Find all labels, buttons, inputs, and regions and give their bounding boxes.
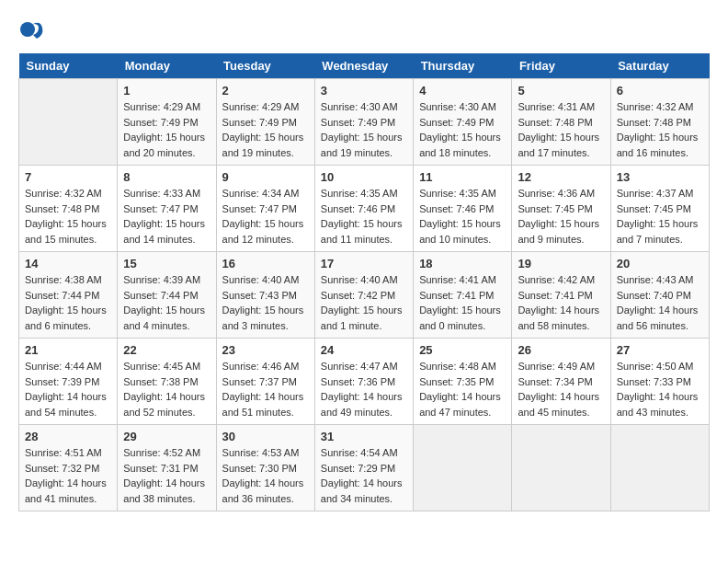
calendar-cell <box>512 425 610 511</box>
calendar-body: 1Sunrise: 4:29 AMSunset: 7:49 PMDaylight… <box>19 79 710 511</box>
calendar-cell: 1Sunrise: 4:29 AMSunset: 7:49 PMDaylight… <box>118 79 216 166</box>
day-number: 12 <box>518 170 604 184</box>
calendar-cell: 9Sunrise: 4:34 AMSunset: 7:47 PMDaylight… <box>216 166 314 252</box>
calendar-cell: 7Sunrise: 4:32 AMSunset: 7:48 PMDaylight… <box>19 166 118 252</box>
svg-point-0 <box>20 22 35 37</box>
calendar-week-row: 1Sunrise: 4:29 AMSunset: 7:49 PMDaylight… <box>19 79 710 166</box>
day-number: 30 <box>222 430 309 443</box>
calendar-cell <box>610 425 709 511</box>
weekday-header: Sunday <box>19 53 118 79</box>
calendar-cell: 23Sunrise: 4:46 AMSunset: 7:37 PMDayligh… <box>216 339 314 425</box>
calendar-cell: 29Sunrise: 4:52 AMSunset: 7:31 PMDayligh… <box>118 425 216 511</box>
calendar-cell <box>414 425 512 511</box>
calendar-week-row: 7Sunrise: 4:32 AMSunset: 7:48 PMDaylight… <box>19 166 710 252</box>
calendar-cell: 8Sunrise: 4:33 AMSunset: 7:47 PMDaylight… <box>118 166 216 252</box>
cell-info: Sunrise: 4:45 AMSunset: 7:38 PMDaylight:… <box>123 361 205 418</box>
day-number: 24 <box>321 343 407 357</box>
calendar-cell: 17Sunrise: 4:40 AMSunset: 7:42 PMDayligh… <box>314 252 413 339</box>
cell-info: Sunrise: 4:51 AMSunset: 7:32 PMDaylight:… <box>25 447 107 504</box>
day-number: 9 <box>222 170 309 184</box>
day-number: 22 <box>123 343 210 357</box>
calendar-cell: 16Sunrise: 4:40 AMSunset: 7:43 PMDayligh… <box>216 252 314 339</box>
cell-info: Sunrise: 4:52 AMSunset: 7:31 PMDaylight:… <box>123 447 205 504</box>
cell-info: Sunrise: 4:35 AMSunset: 7:46 PMDaylight:… <box>321 188 403 245</box>
weekday-header: Friday <box>512 53 610 79</box>
calendar-cell: 11Sunrise: 4:35 AMSunset: 7:46 PMDayligh… <box>414 166 512 252</box>
day-number: 5 <box>518 84 604 98</box>
calendar-table: SundayMondayTuesdayWednesdayThursdayFrid… <box>18 53 710 511</box>
calendar-cell: 19Sunrise: 4:42 AMSunset: 7:41 PMDayligh… <box>512 252 610 339</box>
calendar-cell: 25Sunrise: 4:48 AMSunset: 7:35 PMDayligh… <box>414 339 512 425</box>
day-number: 7 <box>25 170 111 184</box>
day-number: 27 <box>617 343 703 357</box>
weekday-header: Wednesday <box>314 53 413 79</box>
day-number: 28 <box>25 430 111 443</box>
cell-info: Sunrise: 4:49 AMSunset: 7:34 PMDaylight:… <box>518 361 599 418</box>
weekday-header: Saturday <box>610 53 709 79</box>
cell-info: Sunrise: 4:47 AMSunset: 7:36 PMDaylight:… <box>321 361 403 418</box>
cell-info: Sunrise: 4:29 AMSunset: 7:49 PMDaylight:… <box>123 101 205 158</box>
day-number: 3 <box>321 84 407 98</box>
calendar-week-row: 28Sunrise: 4:51 AMSunset: 7:32 PMDayligh… <box>19 425 710 511</box>
calendar-cell <box>19 79 118 166</box>
day-number: 1 <box>123 84 210 98</box>
cell-info: Sunrise: 4:34 AMSunset: 7:47 PMDaylight:… <box>222 188 304 245</box>
cell-info: Sunrise: 4:32 AMSunset: 7:48 PMDaylight:… <box>25 188 107 245</box>
weekday-header: Tuesday <box>216 53 314 79</box>
calendar-cell: 20Sunrise: 4:43 AMSunset: 7:40 PMDayligh… <box>610 252 709 339</box>
day-number: 6 <box>617 84 703 98</box>
weekday-header: Monday <box>118 53 216 79</box>
calendar-cell: 18Sunrise: 4:41 AMSunset: 7:41 PMDayligh… <box>414 252 512 339</box>
cell-info: Sunrise: 4:44 AMSunset: 7:39 PMDaylight:… <box>25 361 107 418</box>
cell-info: Sunrise: 4:38 AMSunset: 7:44 PMDaylight:… <box>25 274 107 331</box>
cell-info: Sunrise: 4:33 AMSunset: 7:47 PMDaylight:… <box>123 188 205 245</box>
cell-info: Sunrise: 4:32 AMSunset: 7:48 PMDaylight:… <box>617 101 699 158</box>
calendar-cell: 21Sunrise: 4:44 AMSunset: 7:39 PMDayligh… <box>19 339 118 425</box>
day-number: 18 <box>419 257 506 270</box>
day-number: 13 <box>617 170 703 184</box>
calendar-cell: 6Sunrise: 4:32 AMSunset: 7:48 PMDaylight… <box>610 79 709 166</box>
calendar-cell: 5Sunrise: 4:31 AMSunset: 7:48 PMDaylight… <box>512 79 610 166</box>
calendar-cell: 10Sunrise: 4:35 AMSunset: 7:46 PMDayligh… <box>314 166 413 252</box>
day-number: 23 <box>222 343 309 357</box>
cell-info: Sunrise: 4:30 AMSunset: 7:49 PMDaylight:… <box>419 101 501 158</box>
day-number: 16 <box>222 257 309 270</box>
calendar-cell: 27Sunrise: 4:50 AMSunset: 7:33 PMDayligh… <box>610 339 709 425</box>
day-number: 31 <box>321 430 407 443</box>
cell-info: Sunrise: 4:53 AMSunset: 7:30 PMDaylight:… <box>222 447 304 504</box>
logo-icon <box>18 18 44 44</box>
calendar-cell: 4Sunrise: 4:30 AMSunset: 7:49 PMDaylight… <box>414 79 512 166</box>
day-number: 10 <box>321 170 407 184</box>
calendar-cell: 31Sunrise: 4:54 AMSunset: 7:29 PMDayligh… <box>314 425 413 511</box>
day-number: 14 <box>25 257 111 270</box>
day-number: 26 <box>518 343 604 357</box>
cell-info: Sunrise: 4:41 AMSunset: 7:41 PMDaylight:… <box>419 274 501 331</box>
calendar-cell: 2Sunrise: 4:29 AMSunset: 7:49 PMDaylight… <box>216 79 314 166</box>
calendar-cell: 3Sunrise: 4:30 AMSunset: 7:49 PMDaylight… <box>314 79 413 166</box>
calendar-cell: 12Sunrise: 4:36 AMSunset: 7:45 PMDayligh… <box>512 166 610 252</box>
cell-info: Sunrise: 4:46 AMSunset: 7:37 PMDaylight:… <box>222 361 304 418</box>
cell-info: Sunrise: 4:39 AMSunset: 7:44 PMDaylight:… <box>123 274 205 331</box>
calendar-cell: 30Sunrise: 4:53 AMSunset: 7:30 PMDayligh… <box>216 425 314 511</box>
calendar-cell: 28Sunrise: 4:51 AMSunset: 7:32 PMDayligh… <box>19 425 118 511</box>
cell-info: Sunrise: 4:42 AMSunset: 7:41 PMDaylight:… <box>518 274 599 331</box>
cell-info: Sunrise: 4:35 AMSunset: 7:46 PMDaylight:… <box>419 188 501 245</box>
calendar-cell: 24Sunrise: 4:47 AMSunset: 7:36 PMDayligh… <box>314 339 413 425</box>
day-number: 17 <box>321 257 407 270</box>
cell-info: Sunrise: 4:50 AMSunset: 7:33 PMDaylight:… <box>617 361 699 418</box>
cell-info: Sunrise: 4:40 AMSunset: 7:43 PMDaylight:… <box>222 274 304 331</box>
cell-info: Sunrise: 4:30 AMSunset: 7:49 PMDaylight:… <box>321 101 403 158</box>
day-number: 4 <box>419 84 506 98</box>
day-number: 8 <box>123 170 210 184</box>
day-number: 25 <box>419 343 506 357</box>
day-number: 21 <box>25 343 111 357</box>
day-number: 29 <box>123 430 210 443</box>
calendar-cell: 15Sunrise: 4:39 AMSunset: 7:44 PMDayligh… <box>118 252 216 339</box>
cell-info: Sunrise: 4:31 AMSunset: 7:48 PMDaylight:… <box>518 101 599 158</box>
calendar-header-row: SundayMondayTuesdayWednesdayThursdayFrid… <box>19 53 710 79</box>
weekday-header: Thursday <box>414 53 512 79</box>
cell-info: Sunrise: 4:43 AMSunset: 7:40 PMDaylight:… <box>617 274 699 331</box>
calendar-cell: 13Sunrise: 4:37 AMSunset: 7:45 PMDayligh… <box>610 166 709 252</box>
day-number: 2 <box>222 84 309 98</box>
cell-info: Sunrise: 4:36 AMSunset: 7:45 PMDaylight:… <box>518 188 599 245</box>
